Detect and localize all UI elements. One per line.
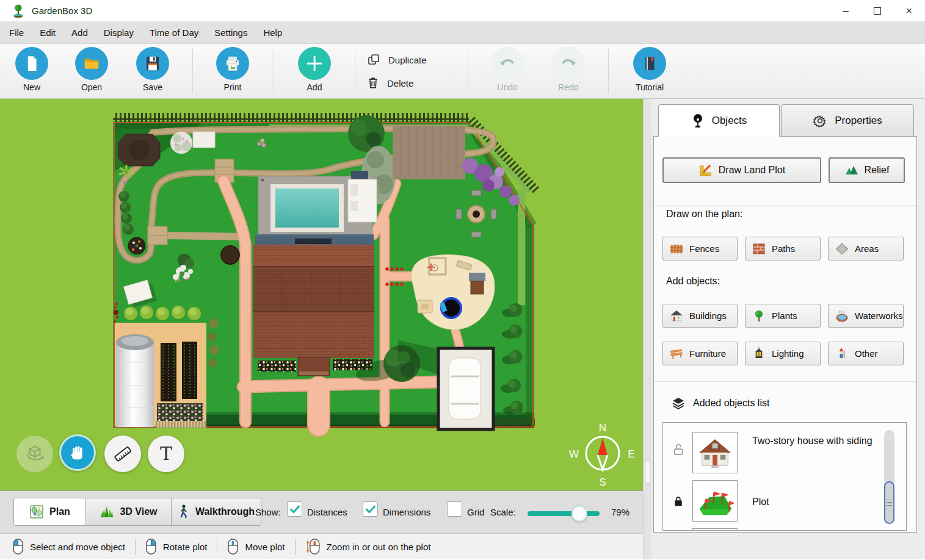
- tutorial-book-icon: [640, 54, 659, 73]
- divider: [654, 205, 916, 206]
- distances-label: Distances: [307, 507, 347, 517]
- status-bar: Select and move object Rotate plot: [0, 533, 643, 559]
- scale-label: Scale:: [490, 507, 516, 517]
- save-button[interactable]: Save: [125, 47, 181, 92]
- app-window: GardenBox 3D – × File Edit Add Display T…: [0, 0, 925, 560]
- menu-file[interactable]: File: [1, 22, 32, 43]
- text-tool-button[interactable]: T: [148, 436, 184, 472]
- divider: [654, 381, 916, 382]
- svg-text:W: W: [569, 448, 579, 460]
- partial-thumbnail[interactable]: [692, 528, 738, 531]
- white-canopy-top[interactable]: [193, 132, 215, 148]
- close-button[interactable]: ×: [893, 0, 925, 21]
- menu-bar: File Edit Add Display Time of Day Settin…: [0, 22, 925, 44]
- scale-slider-thumb[interactable]: [571, 506, 587, 522]
- tab-plan[interactable]: Plan: [14, 498, 86, 525]
- greenhouse-cylinder[interactable]: [116, 334, 154, 427]
- playground-table[interactable]: [418, 300, 432, 313]
- menu-help[interactable]: Help: [255, 22, 290, 43]
- print-button[interactable]: Print: [205, 47, 261, 92]
- tab-objects[interactable]: Objects: [658, 104, 780, 137]
- pool-icon: [835, 309, 849, 323]
- dark-soil-circle[interactable]: [221, 246, 239, 264]
- relief-button[interactable]: Relief: [829, 157, 905, 183]
- pan-tool-button[interactable]: [59, 434, 96, 471]
- plan-canvas[interactable]: N W E S: [0, 99, 643, 490]
- soil-octagon[interactable]: [118, 134, 160, 166]
- draw-land-plot-button[interactable]: Draw Land Plot: [662, 157, 821, 183]
- minimize-button[interactable]: –: [830, 0, 862, 21]
- buildings-button[interactable]: Buildings: [662, 304, 738, 328]
- plot-thumbnail[interactable]: [692, 480, 738, 522]
- swimming-pool[interactable]: [275, 188, 339, 228]
- round-flower-bed[interactable]: [128, 237, 145, 254]
- ruler-icon: [112, 443, 133, 464]
- deck[interactable]: [255, 234, 374, 245]
- trampoline[interactable]: [440, 298, 461, 318]
- playground-shed[interactable]: [469, 273, 485, 294]
- other-button[interactable]: Other: [828, 342, 904, 365]
- new-button[interactable]: New: [4, 47, 60, 92]
- menu-time-of-day[interactable]: Time of Day: [142, 22, 206, 43]
- lighting-button[interactable]: Lighting: [745, 342, 821, 365]
- dimensions-checkbox[interactable]: [363, 501, 378, 517]
- list-scrollbar-thumb[interactable]: [884, 481, 894, 524]
- small-fence[interactable]: [156, 421, 206, 428]
- grid-label: Grid: [467, 507, 484, 517]
- plus-icon: [305, 54, 324, 73]
- house-thumbnail[interactable]: [692, 432, 738, 473]
- scale-value: 79%: [611, 507, 629, 517]
- lock-icon[interactable]: [673, 495, 685, 509]
- house-roof[interactable]: [253, 245, 374, 376]
- add-button[interactable]: Add: [286, 47, 343, 92]
- app-logo-tree-icon: [11, 4, 26, 18]
- tab-properties[interactable]: Properties: [781, 104, 914, 137]
- hand-icon: [68, 443, 87, 462]
- maximize-button[interactable]: [862, 0, 893, 21]
- check-icon: [365, 503, 377, 515]
- hint-rotate-plot: Rotate plot: [145, 538, 208, 555]
- status-separator: [295, 539, 296, 555]
- unlock-icon[interactable]: [673, 443, 685, 456]
- toolbar: New Open Save Print Add Duplicate: [0, 44, 925, 99]
- distances-checkbox[interactable]: [287, 501, 302, 517]
- relief-mountains-icon: [844, 163, 859, 178]
- toolbar-separator: [274, 49, 274, 93]
- delete-button[interactable]: Delete: [366, 75, 427, 91]
- rotate-3d-tool-button[interactable]: [16, 436, 53, 472]
- furniture-button[interactable]: Furniture: [662, 342, 738, 365]
- menu-add[interactable]: Add: [63, 22, 96, 43]
- paths-button[interactable]: Paths: [745, 237, 821, 260]
- paved-area[interactable]: [393, 126, 465, 179]
- mouse-scroll-zoom-icon: [305, 538, 321, 555]
- scrollbar-thumb[interactable]: [645, 461, 650, 484]
- duplicate-button[interactable]: Duplicate: [366, 52, 427, 68]
- mouse-left-button-icon: [12, 538, 24, 555]
- menu-edit[interactable]: Edit: [32, 22, 63, 43]
- redo-button[interactable]: Redo: [540, 47, 597, 92]
- tutorial-button[interactable]: Tutorial: [622, 47, 678, 92]
- garden-plan-drawing[interactable]: N W E S: [0, 99, 643, 490]
- grid-checkbox[interactable]: [447, 501, 462, 517]
- scale-slider[interactable]: [528, 511, 600, 516]
- open-button[interactable]: Open: [63, 47, 120, 92]
- plan-view-icon: [29, 504, 44, 519]
- menu-settings[interactable]: Settings: [206, 22, 255, 43]
- stone-tile-icon: [835, 242, 849, 256]
- added-objects-header: Added objects list: [671, 396, 769, 411]
- menu-display[interactable]: Display: [96, 22, 142, 43]
- ruler-tool-button[interactable]: [104, 436, 141, 472]
- app-title: GardenBox 3D: [32, 5, 92, 16]
- canvas-vertical-scrollbar[interactable]: [643, 99, 651, 559]
- blossom-tree[interactable]: [170, 132, 192, 154]
- tab-walkthrough[interactable]: Walkthrough: [172, 498, 261, 525]
- side-panel: Objects Properties: [651, 99, 925, 559]
- tab-3d-view[interactable]: 3D View: [86, 498, 172, 525]
- plants-button[interactable]: Plants: [745, 304, 821, 328]
- fences-button[interactable]: Fences: [662, 237, 738, 260]
- waterworks-button[interactable]: Waterworks: [828, 304, 904, 328]
- undo-button[interactable]: Undo: [479, 47, 535, 92]
- save-floppy-icon: [143, 54, 162, 73]
- vegetable-garden-area[interactable]: [115, 323, 206, 428]
- areas-button[interactable]: Areas: [828, 237, 904, 260]
